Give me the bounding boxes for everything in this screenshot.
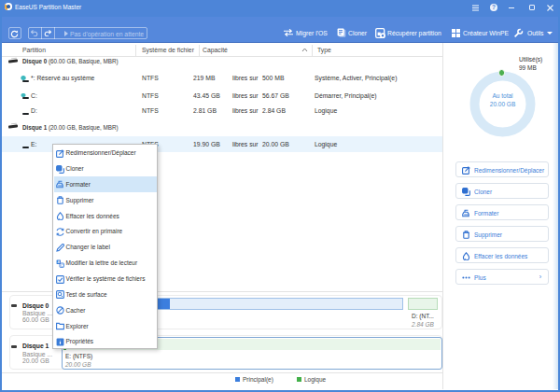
svg-text:C: C bbox=[61, 262, 63, 267]
